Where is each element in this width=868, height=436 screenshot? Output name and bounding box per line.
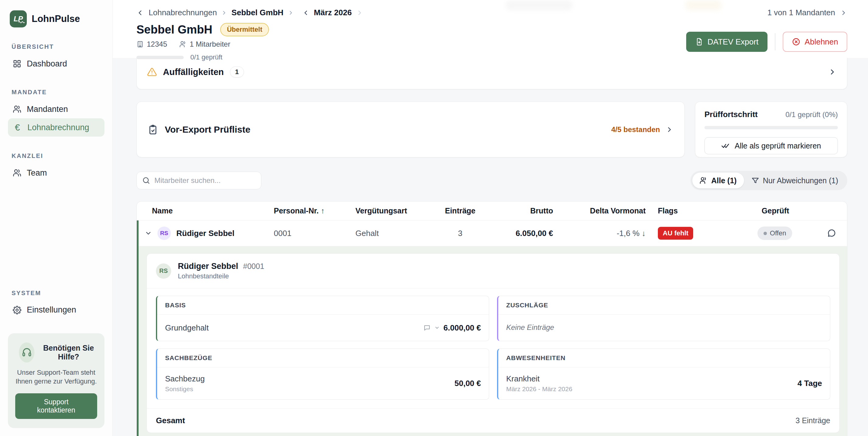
- content: Auffälligkeiten 1 Vor-Export Prüfliste 4…: [113, 58, 868, 436]
- column-header-flags[interactable]: Flags: [646, 206, 734, 215]
- wage-row-grundgehalt: Grundgehalt 6.000,00 €: [157, 315, 489, 341]
- sidebar-section-uebersicht: ÜBERSICHT: [11, 43, 104, 50]
- filter-deviations-label: Nur Abweichungen (1): [763, 176, 838, 185]
- column-header-personal-nr[interactable]: Personal-Nr. ↑: [273, 206, 354, 215]
- sidebar-item-lohnabrechnung[interactable]: € Lohnabrechnung: [8, 118, 104, 137]
- mandant-pager[interactable]: 1 von 1 Mandanten: [767, 8, 847, 18]
- brand-name: LohnPulse: [32, 13, 80, 24]
- sidebar-item-mandanten[interactable]: Mandanten: [8, 100, 104, 118]
- absence-value: 4 Tage: [798, 379, 822, 388]
- sidebar-item-label: Mandanten: [27, 105, 68, 114]
- cell-pay-type: Gehalt: [354, 229, 441, 238]
- auffaelligkeiten-card[interactable]: Auffälligkeiten 1: [136, 58, 847, 89]
- chevron-down-icon[interactable]: [145, 230, 152, 237]
- search-input[interactable]: [136, 172, 261, 190]
- sidebar-section-system: SYSTEM: [11, 290, 104, 297]
- auffaelligkeiten-count-badge: 1: [230, 66, 244, 78]
- vertical-divider: [775, 33, 775, 50]
- wage-sublabel: Sonstiges: [165, 385, 205, 393]
- breadcrumb-client[interactable]: Sebbel GmbH: [231, 8, 283, 18]
- section-zuschlaege: ZUSCHLÄGE Keine Einträge: [497, 296, 830, 341]
- avatar: RS: [157, 227, 171, 240]
- circle-x-icon: [792, 37, 800, 46]
- status-dot: [764, 232, 767, 235]
- filter-segmented-control: Alle (1) Nur Abweichungen (1): [690, 171, 847, 190]
- column-header-brutto[interactable]: Brutto: [478, 206, 553, 215]
- previous-month-chevron-icon[interactable]: [303, 9, 310, 17]
- column-header-eintraege[interactable]: Einträge: [441, 206, 478, 215]
- chevron-right-icon: [665, 126, 673, 134]
- reject-label: Ablehnen: [805, 37, 838, 47]
- gear-icon: [13, 306, 21, 314]
- main-area: Lohnabrechnungen Sebbel GmbH März 2026 1…: [113, 0, 868, 436]
- employee-detail-panel: RS Rüdiger Sebbel #0001 Lohnbestandteile: [137, 246, 847, 436]
- clipboard-check-icon: [148, 124, 158, 135]
- mark-all-checked-label: Alle als geprüft markieren: [735, 142, 821, 150]
- company-number-value: 12345: [147, 40, 167, 49]
- search-box: [136, 172, 261, 190]
- section-abwesenheiten: ABWESENHEITEN Krankheit März 2026 - März…: [497, 348, 830, 400]
- filter-all-label: Alle (1): [711, 176, 737, 185]
- datev-export-button[interactable]: DATEV Export: [686, 32, 768, 52]
- brand: LP LohnPulse: [8, 10, 104, 27]
- comment-bubble-icon[interactable]: [827, 229, 836, 238]
- wage-row-sachbezug: Sachbezug Sonstiges 50,00 €: [157, 368, 489, 399]
- employee-table: Name Personal-Nr. ↑ Vergütungsart Einträ…: [136, 201, 847, 436]
- detail-employee-name: Rüdiger Sebbel: [178, 262, 238, 271]
- cell-entries: 3: [441, 229, 478, 238]
- page-header: Lohnabrechnungen Sebbel GmbH März 2026 1…: [113, 0, 868, 58]
- chevron-right-icon: [840, 9, 847, 17]
- sidebar-item-label: Dashboard: [27, 59, 67, 68]
- section-title: ZUSCHLÄGE: [498, 296, 830, 315]
- filter-all-button[interactable]: Alle (1): [692, 173, 744, 188]
- detail-employee-number: #0001: [243, 262, 265, 271]
- detail-header: RS Rüdiger Sebbel #0001 Lohnbestandteile: [147, 254, 839, 288]
- checklist-title: Vor-Export Prüfliste: [165, 124, 250, 135]
- total-label: Gesamt: [156, 416, 185, 425]
- filter-deviations-button[interactable]: Nur Abweichungen (1): [744, 173, 845, 188]
- sidebar-item-team[interactable]: Team: [8, 164, 104, 182]
- progress-track: [136, 56, 184, 59]
- search-icon: [142, 176, 151, 186]
- euro-icon: €: [13, 123, 22, 132]
- comment-bubble-icon[interactable]: [423, 324, 431, 331]
- absence-row-krankheit: Krankheit März 2026 - März 2026 4 Tage: [498, 368, 830, 399]
- users-icon: [13, 169, 21, 177]
- sidebar-item-dashboard[interactable]: Dashboard: [8, 55, 104, 73]
- cell-gross: 6.050,00 €: [478, 229, 553, 238]
- pre-export-checklist-card[interactable]: Vor-Export Prüfliste 4/5 bestanden: [136, 101, 685, 157]
- absence-label: Krankheit: [506, 374, 572, 383]
- column-header-name[interactable]: Name: [145, 206, 273, 215]
- chevron-down-icon[interactable]: [434, 325, 440, 330]
- employee-row[interactable]: RS Rüdiger Sebbel 0001 Gehalt 3 6.050,00…: [137, 221, 847, 246]
- back-chevron-icon[interactable]: [136, 9, 144, 17]
- warning-triangle-icon: [147, 67, 157, 77]
- section-title: SACHBEZÜGE: [157, 349, 489, 368]
- status-pill-offen[interactable]: Offen: [757, 227, 792, 240]
- employee-name: Rüdiger Sebbel: [176, 229, 235, 238]
- dashboard-grid-icon: [13, 59, 21, 68]
- sidebar-section-mandate: MANDATE: [11, 89, 104, 96]
- progress-label: 0/1 geprüft: [190, 53, 222, 61]
- lohnpulse-logo-icon: LP: [10, 10, 27, 27]
- help-card: Benötigen Sie Hilfe? Unser Support-Team …: [8, 333, 104, 428]
- support-contact-button[interactable]: Support kontaktieren: [15, 393, 97, 419]
- chevron-right-icon: [828, 68, 837, 76]
- header-blur-artifact: [685, 0, 722, 10]
- column-header-delta[interactable]: Delta Vormonat: [553, 206, 646, 215]
- column-header-geprueft[interactable]: Geprüft: [734, 206, 816, 215]
- mark-all-checked-button[interactable]: Alle als geprüft markieren: [705, 137, 838, 154]
- sidebar-section-kanzlei: KANZLEI: [11, 152, 104, 159]
- page-title: Sebbel GmbH: [136, 23, 212, 36]
- mandant-pager-label: 1 von 1 Mandanten: [767, 8, 835, 18]
- header-actions: DATEV Export Ablehnen: [686, 32, 847, 52]
- headset-icon: [19, 342, 34, 362]
- sidebar-item-einstellungen[interactable]: Einstellungen: [8, 301, 104, 319]
- users-icon: [700, 177, 708, 184]
- breadcrumb-root[interactable]: Lohnabrechnungen: [149, 8, 217, 18]
- status-badge: Übermittelt: [220, 23, 269, 36]
- chevron-right-icon: [288, 10, 294, 16]
- column-header-verguetungsart[interactable]: Vergütungsart: [354, 206, 441, 215]
- next-month-chevron-icon[interactable]: [356, 9, 363, 17]
- reject-button[interactable]: Ablehnen: [783, 32, 847, 52]
